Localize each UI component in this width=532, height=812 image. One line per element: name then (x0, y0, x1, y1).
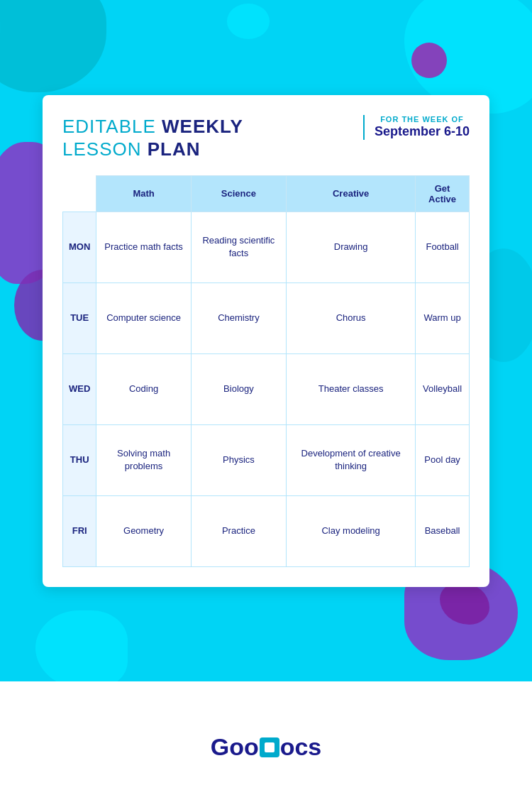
card-header: EDITABLE WEEKLY LESSON PLAN FOR THE WEEK… (62, 115, 470, 161)
creative-cell-fri: Clay modeling (287, 495, 416, 566)
blob-purple-topright (411, 43, 447, 78)
table-row: WED Coding Biology Theater classes Volle… (63, 353, 470, 424)
blob-teal-bottomleft (35, 610, 128, 681)
creative-cell-mon: Drawing (287, 212, 416, 282)
table-row: FRI Geometry Practice Clay modeling Base… (63, 495, 470, 566)
math-cell-thu: Solving math problems (96, 424, 191, 495)
col-header-day (63, 175, 96, 212)
science-cell-wed: Biology (191, 353, 286, 424)
brand-icon (260, 737, 279, 757)
title-block: EDITABLE WEEKLY LESSON PLAN (62, 115, 243, 161)
math-cell-fri: Geometry (96, 495, 191, 566)
lesson-table: Math Science Creative Get Active MON Pra… (62, 175, 470, 567)
active-cell-thu: Pool day (416, 424, 470, 495)
science-cell-mon: Reading scientific facts (191, 212, 286, 282)
math-cell-wed: Coding (96, 353, 191, 424)
week-label: FOR THE WEEK OF (375, 115, 470, 124)
math-cell-tue: Computer science (96, 282, 191, 353)
title-lesson: LESSON (62, 138, 148, 160)
day-cell-fri: FRI (63, 495, 96, 566)
science-cell-thu: Physics (191, 424, 286, 495)
footer: Gooocs (0, 681, 532, 812)
active-cell-wed: Volleyball (416, 353, 470, 424)
table-header-row: Math Science Creative Get Active (63, 175, 470, 212)
math-cell-mon: Practice math facts (96, 212, 191, 282)
col-header-science: Science (191, 175, 286, 212)
background-frame: EDITABLE WEEKLY LESSON PLAN FOR THE WEEK… (0, 0, 532, 681)
table-row: MON Practice math facts Reading scientif… (63, 212, 470, 282)
creative-cell-wed: Theater classes (287, 353, 416, 424)
week-dates: September 6-10 (375, 124, 470, 140)
table-row: THU Solving math problems Physics Develo… (63, 424, 470, 495)
brand-goo: Goo (211, 733, 259, 761)
blob-teal-topleft (0, 0, 106, 92)
active-cell-tue: Warm up (416, 282, 470, 353)
creative-cell-tue: Chorus (287, 282, 416, 353)
lesson-plan-card: EDITABLE WEEKLY LESSON PLAN FOR THE WEEK… (43, 95, 489, 587)
title: EDITABLE WEEKLY LESSON PLAN (62, 115, 243, 161)
title-editable: EDITABLE (62, 116, 162, 137)
science-cell-fri: Practice (191, 495, 286, 566)
blob-cyan-top (227, 4, 270, 39)
creative-cell-thu: Development of creative thinking (287, 424, 416, 495)
col-header-creative: Creative (287, 175, 416, 212)
day-cell-mon: MON (63, 212, 96, 282)
day-cell-wed: WED (63, 353, 96, 424)
week-block: FOR THE WEEK OF September 6-10 (363, 115, 470, 140)
science-cell-tue: Chemistry (191, 282, 286, 353)
title-plan: PLAN (148, 138, 201, 160)
col-header-active: Get Active (416, 175, 470, 212)
brand-logo: Gooocs (211, 733, 322, 761)
brand-docs: ocs (280, 733, 322, 761)
day-cell-tue: TUE (63, 282, 96, 353)
active-cell-mon: Football (416, 212, 470, 282)
title-weekly: WEEKLY (162, 116, 243, 137)
day-cell-thu: THU (63, 424, 96, 495)
table-row: TUE Computer science Chemistry Chorus Wa… (63, 282, 470, 353)
active-cell-fri: Baseball (416, 495, 470, 566)
col-header-math: Math (96, 175, 191, 212)
